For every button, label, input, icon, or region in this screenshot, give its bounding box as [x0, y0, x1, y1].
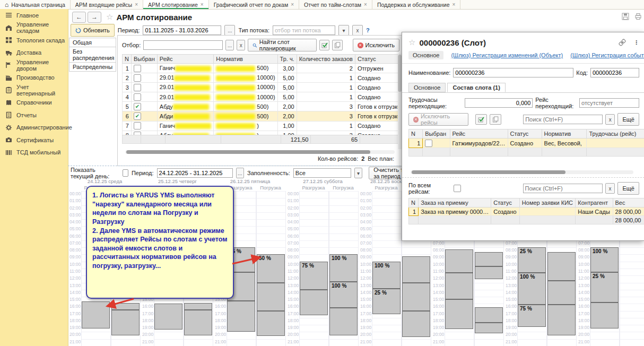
link-registration-changes[interactable]: (Шлюз) Регистрация изменений (Объект): [451, 52, 563, 58]
favorite-star-icon[interactable]: ☆: [106, 12, 113, 22]
dialog-nav-main[interactable]: Основное: [408, 51, 443, 59]
timeslot[interactable]: [547, 305, 576, 335]
name-input[interactable]: [453, 68, 573, 77]
window-tab-2[interactable]: АРМ слотирование×: [143, 0, 209, 9]
orders-more-button[interactable]: Ещё: [617, 182, 639, 195]
sidebar-item-2[interactable]: Топология склада: [0, 34, 68, 47]
checkbox-cell[interactable]: [423, 139, 450, 148]
table-row[interactable]: 1Ганич████████████ 500)3,002Отгружен: [123, 64, 403, 73]
timeslot[interactable]: 75 %: [518, 305, 546, 327]
timeslot[interactable]: [82, 301, 110, 328]
unload-column[interactable]: 100 %25 %: [372, 191, 402, 346]
timeslot[interactable]: [547, 281, 576, 305]
timeslot[interactable]: [402, 311, 430, 337]
table-row[interactable]: 429.01████████████ 10000)5,001Создано: [123, 92, 403, 102]
column-header[interactable]: Трудочасы (рейс): [587, 129, 644, 139]
checkbox-cell[interactable]: [131, 121, 157, 131]
manhours-input[interactable]: [465, 98, 533, 108]
timeslot[interactable]: 25 %: [518, 247, 546, 273]
table-row[interactable]: 329.01████████████ 10000)5,001Создано: [123, 83, 403, 92]
column-header[interactable]: Норматив: [542, 129, 587, 139]
column-header[interactable]: Статус: [491, 198, 520, 207]
timeslot[interactable]: [445, 249, 473, 273]
close-tab-icon[interactable]: ×: [291, 2, 294, 7]
back-button[interactable]: ←: [72, 12, 86, 23]
checkbox-cell[interactable]: [131, 64, 157, 73]
table-row[interactable]: 8Абду████████████ )1,003Создано: [123, 131, 403, 135]
sidebar-item-0[interactable]: Главное: [0, 9, 68, 22]
timeslot[interactable]: [475, 252, 503, 266]
timeslot[interactable]: 50 %: [257, 254, 285, 282]
show-today-checkbox[interactable]: [123, 169, 128, 177]
row-checkbox[interactable]: [134, 74, 141, 82]
exclude-trips-dialog-button[interactable]: × Исключить рейсы: [408, 113, 468, 126]
timeslot[interactable]: [257, 311, 285, 336]
row-checkbox[interactable]: [134, 122, 141, 129]
fill-select[interactable]: Все: [293, 168, 351, 178]
forward-button[interactable]: →: [88, 12, 101, 23]
column-header[interactable]: Заказ на приемку: [419, 198, 491, 207]
column-header[interactable]: Статус: [508, 129, 542, 139]
row-checkbox[interactable]: [134, 132, 141, 135]
sidebar-item-7[interactable]: Справочники: [0, 97, 68, 109]
timeslot[interactable]: [402, 256, 430, 282]
sidebar-item-9[interactable]: Администрирование: [0, 122, 68, 134]
column-header[interactable]: N: [409, 129, 423, 139]
sidebar-item-6[interactable]: Учет ветеринарный: [0, 84, 68, 97]
sidebar-item-10[interactable]: Сертификаты: [0, 134, 68, 146]
column-header[interactable]: Количество заказов: [297, 55, 355, 64]
flow-type-combo[interactable]: отбор тип потока: [273, 25, 335, 35]
filter-tab-unassigned[interactable]: Без распределения: [69, 47, 116, 63]
sidebar-item-8[interactable]: Отчеты: [0, 109, 68, 122]
timeslot[interactable]: [402, 283, 430, 311]
window-tab-0[interactable]: ⌂Начальная страница: [0, 0, 71, 9]
timeslot[interactable]: [111, 303, 140, 310]
timeslot[interactable]: 25 %: [372, 289, 401, 314]
filter-tab-assigned[interactable]: Распределены: [69, 62, 116, 72]
trip-over-input[interactable]: [579, 98, 639, 108]
column-header[interactable]: Тр. ч.: [277, 55, 297, 64]
timeslot[interactable]: [227, 301, 255, 332]
orders-search-clear[interactable]: x: [605, 183, 615, 194]
timeslot[interactable]: 100 %: [590, 247, 619, 272]
window-tab-4[interactable]: Отчет по тайм-слотам×: [299, 0, 372, 9]
close-tab-icon[interactable]: ×: [452, 2, 456, 7]
refresh-button[interactable]: Обновить: [71, 24, 115, 37]
code-input[interactable]: [590, 68, 639, 77]
unload-column[interactable]: 75 %: [299, 191, 329, 346]
checkbox-cell[interactable]: [131, 73, 157, 83]
row-checkbox[interactable]: ✔: [134, 103, 141, 110]
checkbox-cell[interactable]: [131, 131, 157, 135]
table-row[interactable]: 7Ганич████████████ )1,001Создано: [123, 121, 403, 131]
column-header[interactable]: N: [409, 198, 419, 207]
timeslot[interactable]: [300, 290, 328, 315]
window-tab-1[interactable]: АРМ входящие рейсы×: [71, 0, 143, 9]
timeslot[interactable]: [111, 310, 140, 335]
timeslot[interactable]: [475, 307, 503, 323]
close-tab-icon[interactable]: ×: [364, 2, 367, 7]
tab-slot-content[interactable]: Состав слота (1): [447, 83, 505, 92]
row-checkbox[interactable]: ✔: [134, 113, 141, 120]
period-picker-button[interactable]: ...: [224, 25, 235, 36]
timeslot[interactable]: [445, 299, 473, 329]
link-icon[interactable]: [619, 39, 626, 46]
column-header[interactable]: Выбран: [131, 55, 157, 64]
orders-search-input[interactable]: [523, 184, 603, 193]
link-registration-events[interactable]: (Шлюз) Регистрация событий (Объект): [570, 52, 644, 58]
copy-button[interactable]: [332, 40, 342, 50]
sidebar-item-4[interactable]: Управление двором: [0, 59, 68, 72]
find-slot-button[interactable]: Найти слот планировщик: [248, 39, 317, 51]
slot-trips-search-clear[interactable]: x: [605, 114, 615, 125]
more-menu-icon[interactable]: ⋮: [633, 39, 639, 46]
checkbox-cell[interactable]: ✔: [131, 111, 157, 121]
checkbox-cell[interactable]: [131, 83, 157, 92]
checkbox-cell[interactable]: [131, 92, 157, 102]
fill-dropdown-button[interactable]: ▾: [354, 168, 362, 178]
timeslot[interactable]: 25 %: [590, 272, 619, 302]
sidebar-item-11[interactable]: ТСД мобильный: [0, 146, 68, 159]
timeslot[interactable]: [475, 323, 503, 333]
timeslot[interactable]: [547, 252, 576, 280]
row-checkbox[interactable]: [134, 84, 141, 91]
dialog-check-all-button[interactable]: [475, 114, 487, 125]
column-header[interactable]: Норматив: [214, 55, 277, 64]
